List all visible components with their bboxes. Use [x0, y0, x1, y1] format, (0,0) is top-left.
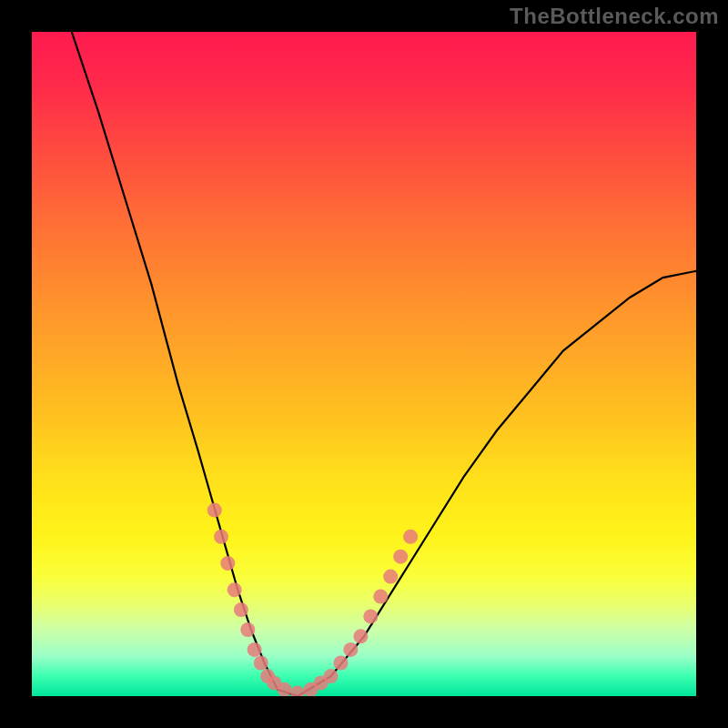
marker-dot: [248, 642, 262, 657]
chart-frame: TheBottleneck.com: [0, 0, 728, 728]
watermark-text: TheBottleneck.com: [510, 4, 719, 29]
marker-dot: [207, 503, 222, 518]
marker-dot: [290, 685, 305, 696]
marker-dot: [363, 609, 378, 623]
marker-dot: [393, 550, 408, 564]
marker-dot: [334, 656, 349, 671]
marker-dot: [403, 530, 418, 544]
marker-dot: [214, 530, 228, 544]
marker-dot: [353, 629, 368, 643]
marker-dot: [228, 582, 242, 597]
marker-dot: [343, 642, 358, 657]
marker-dot: [277, 682, 291, 696]
marker-dot: [220, 556, 235, 571]
marker-dot: [373, 590, 388, 604]
marker-dot: [254, 656, 268, 671]
marker-dot: [383, 570, 398, 584]
highlighted-points: [207, 503, 418, 696]
plot-area: [32, 32, 696, 696]
marker-dot: [234, 602, 248, 617]
marker-dot: [240, 622, 255, 637]
marker-dot: [324, 669, 339, 683]
curve-layer: [32, 32, 696, 696]
